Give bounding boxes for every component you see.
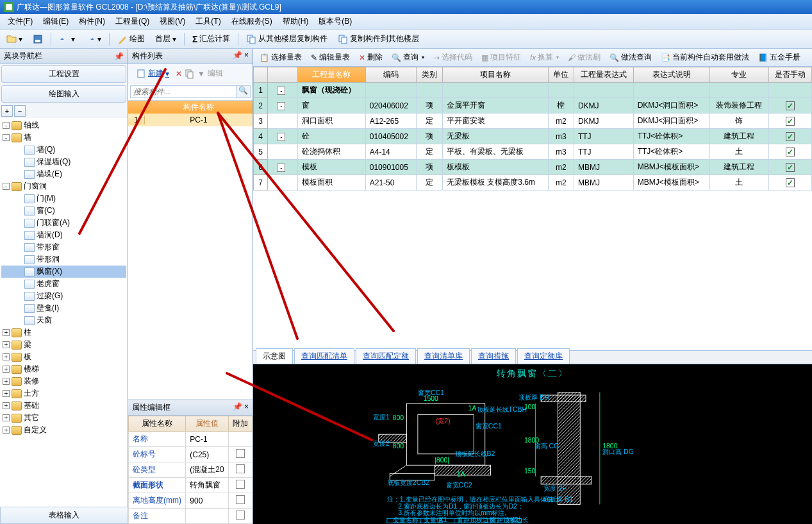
tree-node[interactable]: +板 [1, 351, 126, 363]
proj-feature-button[interactable]: ▦ 项目特征 [477, 50, 525, 65]
svg-rect-7 [138, 70, 144, 78]
copy-from-button[interactable]: 从其他楼层复制构件 [242, 31, 331, 46]
tree-node[interactable]: 带形洞 [1, 253, 126, 266]
tree-node[interactable]: 老虎窗 [1, 278, 126, 290]
tree-node[interactable]: +自定义 [1, 424, 126, 436]
tree-node[interactable]: 带形窗 [1, 241, 126, 253]
tree-node[interactable]: +装修 [1, 375, 126, 387]
redo-button[interactable]: ▾ [81, 32, 105, 46]
property-table[interactable]: 属性名称属性值附加 名称PC-1砼标号(C25)砼类型(混凝土20截面形状转角飘… [128, 416, 253, 524]
hardware-button[interactable]: 📘 五金手册 [754, 50, 804, 65]
quantity-toolbar: 📋 选择量表 ✎ 编辑量表 ✕ 删除 🔍 查询▾ ⇢ 选择代码 ▦ 项目特征 f… [253, 49, 812, 67]
undo-button[interactable]: ▾ [55, 32, 79, 46]
svg-text:底板宽度2CB2: 底板宽度2CB2 [387, 479, 429, 486]
tree-node[interactable]: -轴线 [1, 119, 126, 131]
svg-text:注：1.变量已经在图中标明，请在相应栏位里面输入具体值；: 注：1.变量已经在图中标明，请在相应栏位里面输入具体值； [387, 496, 559, 503]
tab-query-quota[interactable]: 查询匹配定额 [356, 348, 416, 364]
convert-button[interactable]: fx 换算▾ [526, 50, 563, 65]
tree-node[interactable]: +梁 [1, 339, 126, 351]
tree-node[interactable]: +其它 [1, 412, 126, 424]
svg-text:宽度2: 宽度2 [373, 440, 390, 447]
draw-button[interactable]: 绘图 [113, 31, 149, 46]
tree-node[interactable]: +土方 [1, 387, 126, 400]
open-button[interactable]: ▾ [3, 32, 26, 46]
svg-text:X2: X2 [510, 516, 518, 523]
tree-node[interactable]: +楼梯 [1, 363, 126, 375]
tree-node[interactable]: 壁龛(I) [1, 302, 126, 314]
tree-node[interactable]: 保温墙(Q) [1, 156, 126, 168]
menu-tools[interactable]: 工具(T) [190, 16, 226, 27]
close-icon[interactable]: 📌 × [233, 51, 249, 62]
edit-qty-button[interactable]: ✎ 编辑量表 [307, 50, 354, 65]
component-list-panel: 构件列表📌 × 新建 ▾ ✕ ▼ 编辑 🔍 构件名称 1 PC-1 属性编辑框📌… [128, 49, 253, 524]
tree-node[interactable]: 天窗 [1, 314, 126, 326]
tree-node[interactable]: 窗(C) [1, 205, 126, 217]
sum-button[interactable]: Σ 汇总计算 [188, 31, 234, 46]
tab-project-settings[interactable]: 工程设置 [1, 65, 126, 83]
new-button[interactable]: 新建 ▾ [132, 66, 173, 81]
expand-all-button[interactable]: + [1, 105, 13, 117]
search-button[interactable]: 🔍 [236, 85, 251, 98]
menu-quantity[interactable]: 工程量(Q) [110, 16, 154, 27]
tree-node[interactable]: 墙洞(D) [1, 229, 126, 241]
tree-node[interactable]: -墙 [1, 131, 126, 144]
diagram-canvas[interactable]: 转角飘窗〈二〉 800800 15001A |800|1A [253, 364, 812, 524]
save-button[interactable] [29, 32, 47, 46]
quantity-grid[interactable]: 工程量名称编码类别项目名称单位工程量表达式表达式说明专业是否手动 1 - 飘窗（… [253, 67, 812, 190]
tab-draw-input[interactable]: 绘图输入 [1, 85, 126, 103]
svg-text:窗宽CC1: 窗宽CC1 [476, 423, 502, 430]
svg-text:2.窗距底板边长为D1，窗距顶板边长为D2；: 2.窗距底板边长为D1，窗距顶板边长为D2； [398, 503, 524, 510]
component-row[interactable]: 1 PC-1 [128, 114, 253, 126]
svg-text:1A: 1A [457, 471, 465, 478]
tree-node[interactable]: 门联窗(A) [1, 217, 126, 229]
auto-apply-button[interactable]: 📑 当前构件自动套用做法 [657, 50, 753, 65]
tree-node[interactable]: +基础 [1, 400, 126, 412]
diagram-tabs: 示意图 查询匹配清单 查询匹配定额 查询清单库 查询措施 查询定额库 [253, 350, 812, 364]
copy-to-button[interactable]: 复制构件到其他楼层 [334, 31, 423, 46]
tree-node[interactable]: 飘窗(X) [1, 266, 126, 278]
window-title: 广联达—图形算量软件 GCL2008 - [D:\预结算及抽筋\广联达(算量)\… [17, 0, 281, 14]
tab-query-list[interactable]: 查询匹配清单 [294, 348, 354, 364]
select-qty-button[interactable]: 📋 选择量表 [256, 50, 306, 65]
search-input[interactable] [130, 85, 236, 98]
menu-online[interactable]: 在线服务(S) [226, 16, 278, 27]
component-tree[interactable]: -轴线-墙墙(Q)保温墙(Q)墙垛(E)-门窗洞门(M)窗(C)门联窗(A)墙洞… [0, 118, 128, 524]
tree-node[interactable]: 门(M) [1, 192, 126, 205]
sort-icon[interactable]: ▼ [197, 69, 205, 78]
tree-node[interactable]: 过梁(G) [1, 290, 126, 302]
svg-text:窗高 CG: 窗高 CG [534, 443, 559, 450]
diagram-title: 转角飘窗〈二〉 [497, 368, 568, 380]
edit-button[interactable]: 编辑 [208, 68, 223, 79]
tab-query-listdb[interactable]: 查询清单库 [417, 348, 470, 364]
menu-file[interactable]: 文件(F) [3, 16, 38, 27]
tab-query-measure[interactable]: 查询措施 [471, 348, 516, 364]
menu-edit[interactable]: 编辑(E) [38, 16, 74, 27]
do-format-button[interactable]: 🖌 做法刷 [564, 50, 604, 65]
query-format-button[interactable]: 🔍 做法查询 [606, 50, 656, 65]
svg-text:宽度 2F: 宽度 2F [543, 485, 566, 492]
tab-table-input[interactable]: 表格输入 [0, 507, 128, 524]
delete-button[interactable]: ✕ 删除 [355, 50, 386, 65]
tree-node[interactable]: 墙垛(E) [1, 168, 126, 180]
select-code-button[interactable]: ⇢ 选择代码 [429, 50, 476, 65]
menu-component[interactable]: 构件(N) [74, 16, 110, 27]
copy-icon[interactable] [185, 69, 195, 79]
floor-select[interactable]: 首层 ▾ [151, 31, 180, 46]
tree-node[interactable]: -门窗洞 [1, 180, 126, 192]
pin-icon[interactable]: 📌 × [233, 402, 249, 413]
pin-icon[interactable]: 📌 [114, 52, 124, 61]
tab-diagram[interactable]: 示意图 [256, 348, 293, 364]
menu-help[interactable]: 帮助(H) [278, 16, 314, 27]
collapse-all-button[interactable]: − [14, 105, 26, 117]
delete-icon[interactable]: ✕ [176, 69, 182, 78]
menu-version[interactable]: 版本号(B) [313, 16, 357, 27]
query-button[interactable]: 🔍 查询▾ [388, 50, 428, 65]
component-list-header: 构件名称 [128, 101, 253, 114]
tab-query-quotadb[interactable]: 查询定额库 [517, 348, 570, 364]
tree-node[interactable]: +柱 [1, 326, 126, 339]
tree-node[interactable]: 墙(Q) [1, 144, 126, 156]
svg-text:顶板厚 BH: 顶板厚 BH [518, 394, 549, 401]
menu-view[interactable]: 视图(V) [154, 16, 190, 27]
svg-rect-2 [35, 40, 40, 42]
svg-text:100: 100 [524, 403, 536, 410]
